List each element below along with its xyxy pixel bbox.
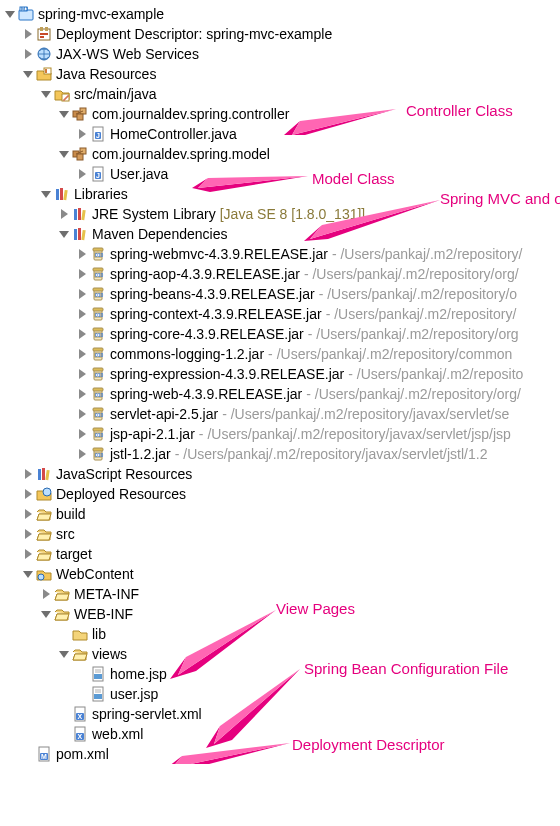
- tree-item-javascript-resources[interactable]: JavaScript Resources: [4, 464, 560, 484]
- jsp-file-icon: [90, 666, 106, 682]
- disclosure-closed-icon[interactable]: [76, 164, 90, 184]
- disclosure-closed-icon[interactable]: [76, 324, 90, 344]
- tree-item-jar[interactable]: spring-context-4.3.9.RELEASE.jar - /User…: [4, 304, 560, 324]
- label: views: [92, 646, 127, 662]
- disclosure-open-icon[interactable]: [58, 644, 72, 664]
- tree-item-web-xml[interactable]: web.xml: [4, 724, 560, 744]
- label: spring-aop-4.3.9.RELEASE.jar: [110, 266, 300, 282]
- disclosure-blank: [58, 624, 72, 644]
- tree-item-java-resources[interactable]: Java Resources: [4, 64, 560, 84]
- disclosure-closed-icon[interactable]: [40, 584, 54, 604]
- tree-item-jar[interactable]: servlet-api-2.5.jar - /Users/pankaj/.m2/…: [4, 404, 560, 424]
- package-icon: [72, 146, 88, 162]
- disclosure-closed-icon[interactable]: [22, 44, 36, 64]
- tree-item-web-inf[interactable]: WEB-INF: [4, 604, 560, 624]
- tree-item-jar[interactable]: jsp-api-2.1.jar - /Users/pankaj/.m2/repo…: [4, 424, 560, 444]
- disclosure-closed-icon[interactable]: [76, 444, 90, 464]
- tree-item-pom-xml[interactable]: pom.xml: [4, 744, 560, 764]
- tree-item-jaxws[interactable]: JAX-WS Web Services: [4, 44, 560, 64]
- label: META-INF: [74, 586, 139, 602]
- tree-item-user-jsp[interactable]: user.jsp: [4, 684, 560, 704]
- tree-item-meta-inf[interactable]: META-INF: [4, 584, 560, 604]
- jar-icon: [90, 346, 106, 362]
- tree-item-jar[interactable]: spring-core-4.3.9.RELEASE.jar - /Users/p…: [4, 324, 560, 344]
- disclosure-closed-icon[interactable]: [76, 264, 90, 284]
- label: src: [56, 526, 75, 542]
- jre-version: [Java SE 8 [1.8.0_131]]: [220, 206, 366, 222]
- disclosure-closed-icon[interactable]: [22, 524, 36, 544]
- tree-item-jar[interactable]: spring-aop-4.3.9.RELEASE.jar - /Users/pa…: [4, 264, 560, 284]
- tree-item-views[interactable]: views: [4, 644, 560, 664]
- disclosure-closed-icon[interactable]: [22, 504, 36, 524]
- label: commons-logging-1.2.jar: [110, 346, 264, 362]
- tree-item-jar[interactable]: jstl-1.2.jar - /Users/pankaj/.m2/reposit…: [4, 444, 560, 464]
- disclosure-closed-icon[interactable]: [76, 364, 90, 384]
- label: spring-beans-4.3.9.RELEASE.jar: [110, 286, 315, 302]
- tree-item-project[interactable]: spring-mvc-example: [4, 4, 560, 24]
- tree-item-target[interactable]: target: [4, 544, 560, 564]
- disclosure-open-icon[interactable]: [40, 604, 54, 624]
- disclosure-closed-icon[interactable]: [22, 464, 36, 484]
- jar-path: - /Users/pankaj/.m2/repository/org/: [304, 266, 519, 282]
- java-file-icon: [90, 166, 106, 182]
- library-icon: [36, 466, 52, 482]
- disclosure-closed-icon[interactable]: [76, 344, 90, 364]
- tree-item-user-java[interactable]: User.java: [4, 164, 560, 184]
- project-icon: [18, 6, 34, 22]
- disclosure-closed-icon[interactable]: [76, 404, 90, 424]
- folder-open-icon: [54, 606, 70, 622]
- library-icon: [72, 206, 88, 222]
- disclosure-open-icon[interactable]: [40, 84, 54, 104]
- disclosure-closed-icon[interactable]: [58, 204, 72, 224]
- tree-item-deployed-resources[interactable]: Deployed Resources: [4, 484, 560, 504]
- tree-item-jar[interactable]: spring-beans-4.3.9.RELEASE.jar - /Users/…: [4, 284, 560, 304]
- tree-item-src-main-java[interactable]: src/main/java: [4, 84, 560, 104]
- disclosure-open-icon[interactable]: [22, 564, 36, 584]
- tree-item-jre[interactable]: JRE System Library [Java SE 8 [1.8.0_131…: [4, 204, 560, 224]
- disclosure-closed-icon[interactable]: [22, 544, 36, 564]
- disclosure-open-icon[interactable]: [58, 224, 72, 244]
- tree-item-jar[interactable]: spring-expression-4.3.9.RELEASE.jar - /U…: [4, 364, 560, 384]
- label: com.journaldev.spring.controller: [92, 106, 289, 122]
- tree-item-libraries[interactable]: Libraries: [4, 184, 560, 204]
- tree-item-jar[interactable]: spring-webmvc-4.3.9.RELEASE.jar - /Users…: [4, 244, 560, 264]
- label: spring-expression-4.3.9.RELEASE.jar: [110, 366, 344, 382]
- disclosure-closed-icon[interactable]: [22, 24, 36, 44]
- disclosure-blank: [76, 664, 90, 684]
- jar-icon: [90, 326, 106, 342]
- disclosure-open-icon[interactable]: [58, 144, 72, 164]
- disclosure-closed-icon[interactable]: [76, 304, 90, 324]
- disclosure-closed-icon[interactable]: [22, 484, 36, 504]
- disclosure-closed-icon[interactable]: [76, 244, 90, 264]
- deployment-descriptor-icon: [36, 26, 52, 42]
- tree-item-build[interactable]: build: [4, 504, 560, 524]
- tree-item-lib[interactable]: lib: [4, 624, 560, 644]
- label: Libraries: [74, 186, 128, 202]
- disclosure-closed-icon[interactable]: [76, 284, 90, 304]
- jar-icon: [90, 366, 106, 382]
- tree-item-package-model[interactable]: com.journaldev.spring.model: [4, 144, 560, 164]
- folder-open-icon: [36, 546, 52, 562]
- tree-item-jar[interactable]: spring-web-4.3.9.RELEASE.jar - /Users/pa…: [4, 384, 560, 404]
- tree-item-spring-servlet-xml[interactable]: spring-servlet.xml: [4, 704, 560, 724]
- globe-folder-icon: [36, 486, 52, 502]
- jar-path: - /Users/pankaj/.m2/repository/org/: [306, 386, 521, 402]
- disclosure-closed-icon[interactable]: [76, 384, 90, 404]
- disclosure-closed-icon[interactable]: [76, 124, 90, 144]
- tree-item-webcontent[interactable]: WebContent: [4, 564, 560, 584]
- label: WebContent: [56, 566, 134, 582]
- tree-item-homecontroller[interactable]: HomeController.java: [4, 124, 560, 144]
- label: build: [56, 506, 86, 522]
- tree-item-deployment-descriptor[interactable]: Deployment Descriptor: spring-mvc-exampl…: [4, 24, 560, 44]
- disclosure-open-icon[interactable]: [40, 184, 54, 204]
- tree-item-package-controller[interactable]: com.journaldev.spring.controller: [4, 104, 560, 124]
- tree-item-home-jsp[interactable]: home.jsp: [4, 664, 560, 684]
- disclosure-open-icon[interactable]: [22, 64, 36, 84]
- disclosure-open-icon[interactable]: [4, 4, 18, 24]
- disclosure-closed-icon[interactable]: [76, 424, 90, 444]
- tree-item-maven-deps[interactable]: Maven Dependencies: [4, 224, 560, 244]
- tree-item-jar[interactable]: commons-logging-1.2.jar - /Users/pankaj/…: [4, 344, 560, 364]
- tree-item-src[interactable]: src: [4, 524, 560, 544]
- label: spring-core-4.3.9.RELEASE.jar: [110, 326, 304, 342]
- disclosure-open-icon[interactable]: [58, 104, 72, 124]
